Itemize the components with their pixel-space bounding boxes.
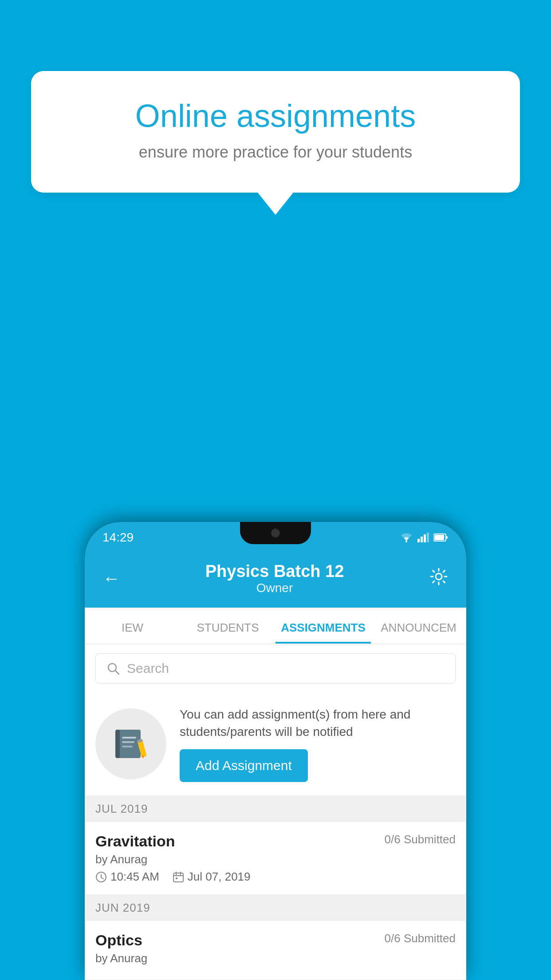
phone-wrapper: 14:29	[85, 522, 466, 980]
svg-rect-1	[417, 539, 420, 542]
phone-content: Search	[85, 644, 466, 980]
calendar-icon	[173, 871, 184, 883]
tab-assignments[interactable]: ASSIGNMENTS	[276, 608, 371, 644]
promo-description: You can add assignment(s) from here and …	[180, 706, 456, 740]
speech-bubble-subtitle: ensure more practice for your students	[62, 143, 489, 162]
svg-rect-22	[173, 873, 183, 882]
signal-icon	[417, 533, 429, 542]
svg-rect-3	[424, 534, 426, 542]
tab-iew[interactable]: IEW	[85, 608, 180, 644]
status-icons	[400, 533, 449, 542]
promo-icon-circle	[95, 708, 166, 779]
battery-icon	[433, 533, 449, 542]
assignment-item-gravitation[interactable]: Gravitation 0/6 Submitted by Anurag 10:4…	[85, 822, 466, 895]
svg-line-21	[101, 877, 103, 879]
assignment-by-gravitation: by Anurag	[95, 853, 456, 866]
settings-button[interactable]	[429, 567, 449, 590]
tab-announcements[interactable]: ANNOUNCEM	[371, 608, 466, 644]
svg-rect-14	[122, 741, 134, 743]
svg-rect-13	[122, 737, 136, 739]
batch-role: Owner	[205, 581, 344, 595]
search-bar[interactable]: Search	[95, 653, 456, 684]
assignment-time: 10:45 AM	[95, 870, 159, 884]
search-icon	[106, 662, 120, 675]
status-bar: 14:29	[85, 522, 466, 553]
svg-rect-2	[421, 537, 423, 542]
assignment-date: Jul 07, 2019	[173, 870, 251, 884]
assignment-by-optics: by Anurag	[95, 952, 456, 965]
section-header-jun: JUN 2019	[85, 895, 466, 921]
search-placeholder: Search	[127, 661, 169, 676]
add-assignment-button[interactable]: Add Assignment	[180, 749, 308, 782]
svg-point-0	[405, 541, 407, 542]
back-button[interactable]: ←	[102, 569, 120, 589]
svg-rect-15	[122, 746, 133, 747]
svg-line-10	[115, 671, 119, 674]
svg-rect-6	[446, 536, 448, 539]
notebook-icon	[113, 726, 149, 762]
app-header: ← Physics Batch 12 Owner	[85, 553, 466, 608]
svg-rect-12	[115, 730, 120, 758]
assignment-time-text: 10:45 AM	[110, 870, 159, 884]
assignment-submitted-optics: 0/6 Submitted	[385, 932, 456, 945]
section-header-jul: JUL 2019	[85, 796, 466, 822]
assignment-title-optics: Optics	[95, 932, 142, 949]
speech-bubble-title: Online assignments	[62, 98, 489, 134]
assignment-row1: Gravitation 0/6 Submitted	[95, 833, 456, 850]
phone-frame: 14:29	[85, 522, 466, 980]
svg-rect-7	[434, 535, 444, 540]
promo-content: You can add assignment(s) from here and …	[180, 706, 456, 782]
svg-rect-11	[118, 730, 141, 758]
assignment-meta-gravitation: 10:45 AM Jul 07, 2019	[95, 870, 456, 884]
camera-notch	[271, 529, 280, 537]
wifi-icon	[400, 533, 413, 542]
assignment-date-text: Jul 07, 2019	[188, 870, 251, 884]
add-assignment-promo: You can add assignment(s) from here and …	[85, 692, 466, 796]
svg-rect-26	[176, 877, 177, 879]
tab-bar: IEW STUDENTS ASSIGNMENTS ANNOUNCEM	[85, 608, 466, 644]
svg-rect-4	[427, 533, 429, 542]
speech-bubble-container: Online assignments ensure more practice …	[31, 71, 520, 215]
assignment-item-optics[interactable]: Optics 0/6 Submitted by Anurag	[85, 921, 466, 980]
assignment-title-gravitation: Gravitation	[95, 833, 175, 850]
speech-bubble: Online assignments ensure more practice …	[31, 71, 520, 193]
assignment-optics-row1: Optics 0/6 Submitted	[95, 932, 456, 949]
status-time: 14:29	[102, 530, 134, 545]
gear-icon	[429, 567, 449, 586]
speech-bubble-pointer	[258, 193, 293, 215]
svg-point-8	[436, 573, 442, 580]
section-header-jun-text: JUN 2019	[95, 901, 150, 914]
clock-icon	[95, 871, 107, 883]
batch-title: Physics Batch 12	[205, 562, 344, 581]
status-notch	[240, 522, 311, 544]
header-center: Physics Batch 12 Owner	[205, 562, 344, 595]
assignment-submitted-gravitation: 0/6 Submitted	[385, 833, 456, 846]
tab-students[interactable]: STUDENTS	[180, 608, 276, 644]
section-header-jul-text: JUL 2019	[95, 802, 148, 815]
